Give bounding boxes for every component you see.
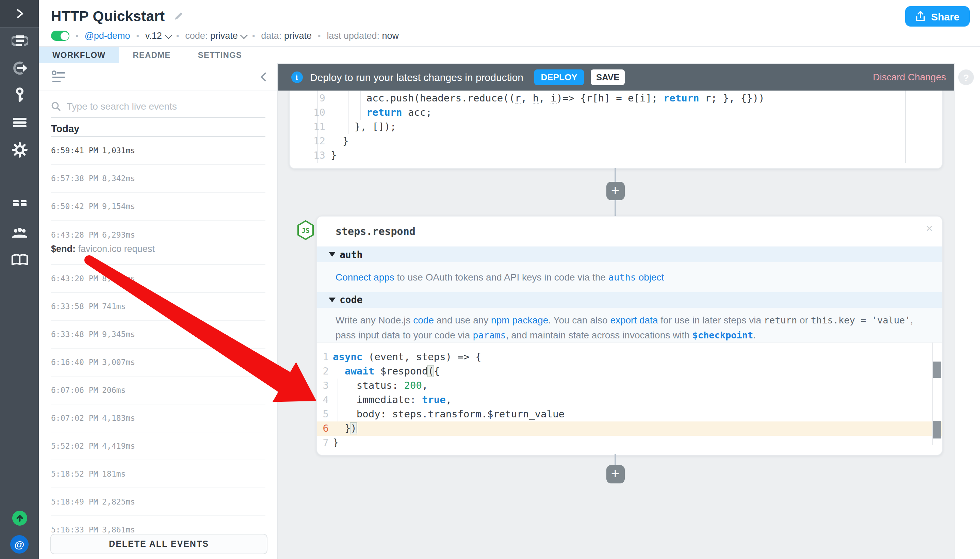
sidebar-item-apps[interactable] bbox=[0, 192, 39, 219]
doc-link[interactable]: object bbox=[636, 272, 664, 283]
event-row[interactable]: 6:33:58 PM741ms bbox=[51, 292, 266, 320]
code-editor[interactable]: 9 acc.push(headers.reduce((r, h, i)=> {r… bbox=[290, 91, 932, 162]
event-row[interactable]: 6:07:02 PM4,183ms bbox=[51, 404, 266, 431]
event-list: 6:59:41 PM1,031ms6:57:38 PM8,342ms6:50:4… bbox=[39, 137, 277, 543]
events-group-label: Today bbox=[51, 123, 266, 137]
support-button[interactable]: @ bbox=[10, 535, 28, 554]
delete-all-events-button[interactable]: DELETE ALL EVENTS bbox=[50, 534, 267, 554]
tab-readme[interactable]: README bbox=[119, 47, 184, 64]
event-row[interactable]: 5:18:52 PM181ms bbox=[51, 459, 266, 487]
sidebar-item-settings[interactable] bbox=[0, 136, 39, 164]
dot-separator: • bbox=[318, 31, 320, 41]
code-section-label: code bbox=[340, 294, 362, 305]
event-row[interactable]: 6:59:41 PM1,031ms bbox=[51, 137, 266, 164]
community-icon bbox=[10, 226, 28, 240]
doc-link[interactable]: export data bbox=[610, 314, 658, 325]
event-row[interactable]: 6:16:40 PM3,007ms bbox=[51, 347, 266, 375]
event-row[interactable]: 6:33:48 PM9,345ms bbox=[51, 320, 266, 347]
version-dropdown[interactable]: v.12 bbox=[145, 31, 170, 41]
event-row[interactable]: 6:50:42 PM9,154ms bbox=[51, 192, 266, 220]
chevron-right-icon bbox=[15, 9, 24, 18]
sidebar-item-data-stores[interactable] bbox=[0, 109, 39, 136]
scrollbar-thumb[interactable] bbox=[933, 362, 941, 378]
search-placeholder: Type to search live events bbox=[67, 101, 177, 111]
auth-section-body: Connect apps to use OAuth tokens and API… bbox=[317, 262, 942, 292]
doc-link[interactable]: code bbox=[413, 314, 434, 325]
tab-settings[interactable]: SETTINGS bbox=[184, 47, 256, 64]
auth-section-label: auth bbox=[340, 249, 362, 260]
event-row[interactable]: 6:07:06 PM206ms bbox=[51, 375, 266, 404]
right-margin bbox=[954, 63, 980, 559]
pipedream-workflow-editor: @ HTTP Quickstart • @pd-demo • v.12 • co… bbox=[0, 0, 980, 559]
help-button[interactable]: ? bbox=[958, 69, 974, 85]
chevron-down-icon bbox=[240, 31, 248, 39]
dot-separator: • bbox=[252, 31, 255, 41]
event-row[interactable]: 5:18:49 PM2,825ms bbox=[51, 487, 266, 515]
add-step-button[interactable]: + bbox=[606, 465, 624, 483]
sidebar-item-workflows[interactable] bbox=[0, 27, 39, 55]
sidebar-item-event-sources[interactable] bbox=[0, 55, 39, 82]
triangle-down-icon bbox=[329, 297, 335, 302]
search-events-input[interactable]: Type to search live events bbox=[51, 95, 266, 117]
nodejs-hexagon-icon: JS bbox=[297, 220, 314, 243]
close-step-icon[interactable]: × bbox=[926, 222, 933, 236]
collapse-panel-chevron-icon[interactable] bbox=[259, 72, 267, 81]
discard-changes-link[interactable]: Discard Changes bbox=[873, 72, 946, 83]
deploy-banner-message: Deploy to run your latest changes in pro… bbox=[310, 71, 523, 83]
chevron-down-icon bbox=[164, 31, 172, 39]
changelog-up-icon bbox=[15, 514, 23, 522]
code-visibility-dropdown[interactable]: code: private bbox=[185, 31, 246, 41]
owner-link[interactable]: @pd-demo bbox=[84, 31, 130, 41]
svg-text:JS: JS bbox=[302, 227, 310, 235]
doc-link[interactable]: $checkpoint bbox=[693, 329, 753, 340]
share-button[interactable]: Share bbox=[905, 6, 970, 26]
event-row[interactable]: 6:43:20 PM8, ms bbox=[51, 264, 266, 292]
data-visibility: data: private bbox=[261, 31, 312, 41]
sidebar-item-community[interactable] bbox=[0, 219, 39, 246]
changelog-button[interactable] bbox=[12, 511, 27, 526]
save-button[interactable]: SAVE bbox=[591, 69, 625, 85]
transform-step-card: 9 acc.push(headers.reduce((r, h, i)=> {r… bbox=[289, 90, 942, 169]
workflow-header: HTTP Quickstart • @pd-demo • v.12 • code… bbox=[39, 0, 980, 46]
tab-bar: WORKFLOWREADMESETTINGS bbox=[39, 46, 980, 64]
event-row[interactable]: 6:57:38 PM8,342ms bbox=[51, 164, 266, 192]
sidebar-item-keys[interactable] bbox=[0, 82, 39, 109]
dot-separator: • bbox=[136, 31, 139, 41]
auth-description: Connect apps to use OAuth tokens and API… bbox=[335, 270, 664, 284]
docs-book-icon bbox=[10, 253, 28, 267]
doc-link[interactable]: params bbox=[473, 329, 506, 340]
step-connector-line bbox=[614, 454, 615, 466]
edit-title-pencil-icon[interactable] bbox=[173, 11, 183, 22]
step-name[interactable]: steps.respond bbox=[335, 225, 416, 238]
add-step-button[interactable]: + bbox=[606, 182, 624, 200]
auth-section-header[interactable]: auth bbox=[317, 246, 942, 262]
support-at-icon: @ bbox=[14, 539, 24, 550]
doc-link[interactable]: Connect apps bbox=[335, 272, 394, 283]
dot-separator: • bbox=[176, 31, 179, 41]
search-icon bbox=[51, 101, 61, 111]
settings-gear-icon bbox=[11, 142, 28, 158]
last-updated: last updated: now bbox=[327, 31, 399, 41]
doc-link[interactable]: auths bbox=[609, 272, 636, 283]
deploy-banner: i Deploy to run your latest changes in p… bbox=[278, 64, 954, 90]
code-section-header[interactable]: code bbox=[317, 292, 942, 308]
keys-icon bbox=[13, 87, 26, 104]
event-row[interactable]: 5:52:02 PM4,419ms bbox=[51, 431, 266, 459]
event-sources-icon bbox=[11, 61, 28, 76]
data-stores-icon bbox=[11, 116, 28, 129]
respond-code-editor[interactable]: 1async (event, steps) => {2 await $respo… bbox=[317, 342, 942, 450]
sidebar-item-docs[interactable] bbox=[0, 246, 39, 274]
step-header: JS steps.respond × bbox=[317, 217, 942, 246]
doc-link[interactable]: npm package bbox=[491, 314, 548, 325]
scrollbar-thumb[interactable] bbox=[933, 421, 941, 438]
tab-workflow[interactable]: WORKFLOW bbox=[39, 47, 119, 64]
workflow-active-toggle[interactable] bbox=[51, 31, 69, 41]
respond-step-card: JS steps.respond × auth Connect apps to … bbox=[317, 216, 942, 455]
event-row[interactable]: 6:43:28 PM6,293ms$end: favicon.ico reque… bbox=[51, 220, 266, 264]
code-description: Write any Node.js code and use any npm p… bbox=[335, 312, 922, 342]
filter-events-icon[interactable] bbox=[51, 70, 66, 83]
code-lines: 1async (event, steps) => {2 await $respo… bbox=[317, 350, 942, 450]
deploy-button[interactable]: DEPLOY bbox=[534, 69, 584, 85]
expand-sidebar-button[interactable] bbox=[0, 0, 39, 28]
workflow-canvas: i Deploy to run your latest changes in p… bbox=[277, 63, 954, 559]
